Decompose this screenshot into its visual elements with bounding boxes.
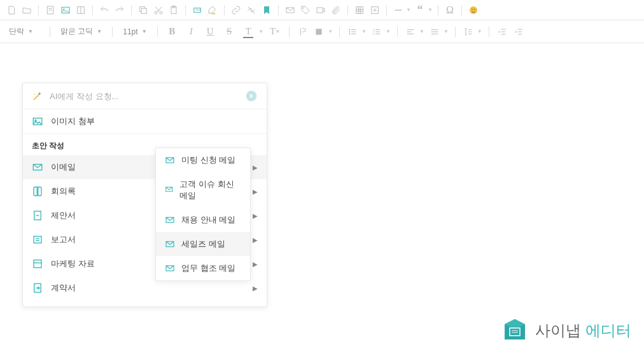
separator — [185, 5, 186, 15]
symbol-icon[interactable]: Ω — [444, 4, 456, 17]
ocr-icon[interactable]: OCR — [191, 4, 204, 17]
submenu-item-coop[interactable]: 업무 협조 메일 — [156, 256, 250, 280]
copy-icon[interactable] — [137, 4, 150, 17]
separator — [489, 27, 489, 37]
paragraph-style-select[interactable]: 단락 ▼ — [5, 25, 43, 38]
insert-icon[interactable] — [368, 4, 381, 17]
italic-button[interactable]: I — [183, 24, 199, 39]
caret-icon: ▼ — [428, 7, 433, 13]
separator — [386, 5, 387, 15]
open-icon[interactable] — [20, 4, 33, 17]
email-submenu: 미팅 신청 메일 고객 이슈 회신 메일 채용 안내 메일 세일즈 메일 업무 … — [155, 147, 251, 281]
font-select[interactable]: 맑은 고딕 ▼ — [57, 25, 106, 38]
svg-point-17 — [303, 8, 304, 8]
caret-icon: ▼ — [361, 29, 367, 34]
text-direction-icon[interactable] — [296, 25, 309, 38]
new-doc-icon[interactable] — [5, 4, 18, 17]
mail-icon — [165, 185, 173, 195]
image-icon[interactable] — [59, 4, 72, 17]
separator — [289, 27, 290, 37]
toolbar-row-1: OCR ▼ “ ▼ Ω — [0, 0, 644, 20]
bookmark-icon[interactable] — [260, 4, 273, 17]
caret-icon: ▼ — [406, 7, 411, 13]
separator — [339, 27, 340, 37]
menu-item-notice[interactable]: 공지사항 ▶ — [23, 300, 267, 306]
bold-button[interactable]: B — [164, 24, 179, 39]
font-size-select[interactable]: 11pt ▼ — [119, 26, 151, 38]
bg-color-icon[interactable] — [312, 25, 325, 38]
separator — [397, 27, 398, 37]
mail-icon — [165, 239, 175, 249]
align-left-icon[interactable] — [404, 25, 417, 38]
hr-icon[interactable] — [392, 4, 405, 17]
submenu-item-hiring[interactable]: 채용 안내 메일 — [156, 208, 250, 232]
font-size-value: 11pt — [123, 27, 137, 36]
caret-icon: ▼ — [97, 29, 102, 34]
svg-rect-31 — [316, 29, 322, 34]
attach-image-item[interactable]: 이미지 첨부 — [23, 109, 267, 134]
caret-icon: ▼ — [28, 29, 33, 34]
cut-icon[interactable] — [152, 4, 165, 17]
unlink-icon[interactable] — [245, 4, 258, 17]
video-icon[interactable] — [314, 4, 327, 17]
layout-icon[interactable] — [74, 4, 87, 17]
underline-button[interactable]: U — [202, 24, 218, 39]
submenu-item-meeting[interactable]: 미팅 신청 메일 — [156, 148, 250, 172]
arrow-doc-icon — [32, 282, 43, 294]
svg-point-9 — [160, 11, 162, 14]
arrow-icon: ▶ — [253, 285, 258, 292]
line-height-icon[interactable] — [462, 25, 475, 38]
arrow-icon: ▶ — [253, 212, 258, 219]
quote-icon[interactable]: “ — [414, 4, 426, 17]
highlight-icon[interactable] — [206, 4, 219, 17]
separator — [278, 5, 279, 15]
strikethrough-button[interactable]: S — [221, 24, 237, 39]
item-label: 업무 협조 메일 — [181, 263, 235, 274]
page-icon[interactable] — [44, 4, 57, 17]
caret-icon: ▼ — [386, 29, 391, 34]
submenu-item-sales[interactable]: 세일즈 메일 — [156, 232, 250, 256]
caret-icon: ▼ — [142, 29, 147, 34]
doc-icon — [32, 210, 43, 221]
redo-icon[interactable] — [113, 4, 126, 17]
clear-format-button[interactable]: T✕ — [267, 24, 283, 39]
bullet-list-icon[interactable] — [346, 25, 359, 38]
table-icon[interactable] — [353, 4, 366, 17]
undo-icon[interactable] — [98, 4, 111, 17]
svg-point-8 — [155, 11, 157, 14]
mail-icon[interactable] — [284, 4, 297, 17]
number-list-icon[interactable]: 123 — [370, 25, 383, 38]
svg-rect-18 — [317, 8, 323, 13]
text-color-button[interactable]: T — [241, 24, 256, 39]
emoji-icon[interactable] — [467, 4, 480, 17]
separator — [50, 27, 50, 37]
layout-icon — [32, 258, 43, 270]
book-icon — [32, 186, 43, 197]
arrow-icon: ▶ — [253, 188, 258, 195]
svg-rect-69 — [34, 260, 41, 268]
svg-rect-66 — [34, 236, 41, 243]
submenu-item-customer[interactable]: 고객 이슈 회신 메일 — [156, 172, 250, 208]
outdent-icon[interactable] — [496, 25, 508, 38]
attachment-icon[interactable] — [330, 4, 342, 17]
indent-icon[interactable] — [512, 25, 525, 38]
svg-point-28 — [470, 6, 477, 14]
item-label: 계약서 — [51, 282, 253, 294]
svg-point-59 — [34, 93, 36, 95]
tag-icon[interactable] — [299, 4, 312, 17]
brand-logo-area: 사이냅 에디터 — [502, 318, 631, 343]
arrow-icon: ▶ — [253, 236, 258, 243]
paste-icon[interactable] — [167, 4, 180, 17]
svg-line-15 — [248, 6, 255, 13]
item-label: 채용 안내 메일 — [181, 214, 235, 226]
svg-point-32 — [349, 29, 350, 30]
send-button[interactable] — [245, 90, 258, 102]
separator — [112, 27, 113, 37]
svg-rect-7 — [141, 8, 146, 13]
separator — [455, 27, 456, 37]
ai-prompt-input[interactable] — [50, 92, 245, 101]
toolbar-row-2: 단락 ▼ 맑은 고딕 ▼ 11pt ▼ B I U S T ▼ T✕ ▼ ▼ 1… — [0, 20, 644, 43]
link-icon[interactable] — [230, 4, 242, 17]
svg-text:OCR: OCR — [195, 8, 201, 11]
align-justify-icon[interactable] — [428, 25, 441, 38]
